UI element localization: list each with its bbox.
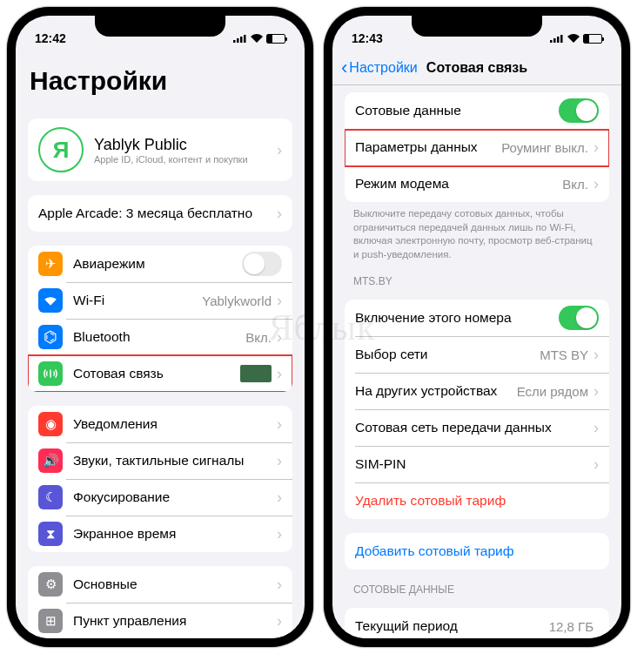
network-select-value: MTS BY — [540, 347, 588, 362]
chevron-icon: › — [277, 489, 282, 507]
general-row[interactable]: ⚙ Основные › — [28, 566, 292, 603]
chevron-icon: › — [594, 138, 599, 157]
promo-group: Apple Arcade: 3 месяца бесплатно › — [28, 195, 292, 232]
focus-row[interactable]: ☾ Фокусирование › — [28, 479, 292, 516]
svg-rect-6 — [557, 37, 560, 43]
cellular-row[interactable]: Сотовая связь › — [28, 355, 292, 392]
speaker-icon: 🔊 — [38, 448, 63, 473]
signal-icon — [550, 34, 564, 43]
data-options-value: Роуминг выкл. — [501, 140, 588, 155]
bluetooth-label: Bluetooth — [73, 329, 245, 345]
signal-icon — [233, 34, 247, 43]
chevron-icon: › — [277, 205, 282, 223]
airplane-toggle[interactable] — [242, 252, 282, 276]
data-options-label: Параметры данных — [355, 139, 501, 155]
wifi-label: Wi-Fi — [73, 293, 202, 308]
wifi-icon — [251, 34, 263, 43]
chevron-icon: › — [277, 525, 282, 543]
current-period-label: Текущий период — [355, 618, 549, 634]
cellular-icon — [38, 361, 63, 386]
add-plan-label: Добавить сотовый тариф — [355, 543, 599, 559]
status-icons — [550, 34, 602, 44]
screentime-row[interactable]: ⧗ Экранное время › — [28, 516, 292, 552]
sim-pin-row[interactable]: SIM-PIN › — [345, 446, 609, 482]
delete-plan-label: Удалить сотовый тариф — [355, 493, 599, 509]
settings-content[interactable]: Настройки Я Yablyk Public Apple ID, iClo… — [16, 51, 305, 638]
notch — [95, 16, 225, 37]
cellular-data-toggle[interactable] — [559, 98, 599, 123]
network-select-row[interactable]: Выбор сети MTS BY › — [345, 336, 609, 373]
sounds-label: Звуки, тактильные сигналы — [73, 453, 277, 469]
hotspot-value: Вкл. — [562, 177, 588, 192]
arcade-promo-row[interactable]: Apple Arcade: 3 месяца бесплатно › — [28, 195, 292, 232]
wifi-row[interactable]: Wi-Fi Yablykworld › — [28, 282, 292, 319]
enable-line-row[interactable]: Включение этого номера — [345, 300, 609, 336]
svg-rect-5 — [553, 38, 556, 43]
data-options-row[interactable]: Параметры данных Роуминг выкл. › — [345, 129, 609, 165]
cellular-label: Сотовая связь — [73, 366, 240, 381]
carrier-group: Включение этого номера Выбор сети MTS BY… — [345, 300, 609, 519]
enable-line-toggle[interactable] — [559, 306, 599, 330]
cellular-network-row[interactable]: Сотовая сеть передачи данных › — [345, 409, 609, 446]
phone-right: 12:43 ‹ Настройки Сотовая связь Сотовые … — [324, 7, 630, 647]
phone-left: 12:42 Настройки Я Yablyk Public Apple ID… — [7, 7, 313, 647]
chevron-icon: › — [594, 175, 599, 193]
chevron-icon: › — [594, 382, 599, 401]
chevron-icon: › — [277, 292, 282, 310]
current-period-row[interactable]: Текущий период 12,8 ГБ — [345, 608, 609, 638]
enable-line-label: Включение этого номера — [355, 310, 559, 326]
svg-rect-3 — [244, 35, 246, 43]
back-button[interactable]: ‹ Настройки — [341, 57, 418, 79]
other-devices-row[interactable]: На других устройствах Если рядом › — [345, 373, 609, 409]
profile-sub: Apple ID, iCloud, контент и покупки — [94, 154, 277, 165]
current-period-value: 12,8 ГБ — [549, 619, 594, 634]
gear-icon: ⚙ — [38, 572, 63, 597]
chevron-icon: › — [277, 365, 282, 383]
other-devices-value: Если рядом — [517, 384, 588, 399]
carrier-header: MTS.BY — [332, 261, 621, 291]
cellular-content[interactable]: Сотовые данные Параметры данных Роуминг … — [332, 85, 621, 638]
other-devices-label: На других устройствах — [355, 383, 517, 399]
bluetooth-row[interactable]: ⌬ Bluetooth Вкл. › — [28, 319, 292, 355]
svg-rect-7 — [560, 35, 563, 43]
avatar: Я — [38, 127, 84, 172]
cellular-data-label: Сотовые данные — [355, 103, 559, 118]
cellular-top-group: Сотовые данные Параметры данных Роуминг … — [345, 92, 609, 202]
add-plan-row[interactable]: Добавить сотовый тариф — [345, 533, 609, 570]
network-group: ✈ Авиарежим Wi-Fi Yablykworld › ⌬ Blueto… — [28, 246, 292, 392]
airplane-label: Авиарежим — [73, 256, 242, 272]
apple-id-row[interactable]: Я Yablyk Public Apple ID, iCloud, контен… — [28, 118, 292, 181]
hourglass-icon: ⧗ — [38, 522, 63, 546]
chevron-icon: › — [277, 415, 282, 434]
notch — [412, 16, 542, 37]
back-label: Настройки — [349, 60, 417, 76]
screen-right: 12:43 ‹ Настройки Сотовая связь Сотовые … — [332, 16, 621, 638]
svg-rect-4 — [550, 40, 553, 43]
bell-icon: ◉ — [38, 412, 63, 436]
hotspot-row[interactable]: Режим модема Вкл. › — [345, 165, 609, 202]
carrier-badge — [240, 365, 272, 382]
chevron-icon: › — [594, 419, 599, 437]
bluetooth-icon: ⌬ — [38, 325, 63, 349]
svg-rect-0 — [233, 40, 236, 43]
usage-header: СОТОВЫЕ ДАННЫЕ — [332, 570, 621, 599]
switches-icon: ⊞ — [38, 609, 63, 633]
airplane-row[interactable]: ✈ Авиарежим — [28, 246, 292, 282]
add-plan-group: Добавить сотовый тариф — [345, 533, 609, 570]
notifications-row[interactable]: ◉ Уведомления › — [28, 406, 292, 442]
moon-icon: ☾ — [38, 485, 63, 509]
cellular-data-row[interactable]: Сотовые данные — [345, 92, 609, 129]
chevron-icon: › — [594, 346, 599, 364]
sounds-row[interactable]: 🔊 Звуки, тактильные сигналы › — [28, 442, 292, 479]
control-center-row[interactable]: ⊞ Пункт управления › — [28, 603, 292, 638]
general-label: Основные — [73, 576, 277, 592]
status-icons — [233, 34, 285, 44]
delete-plan-row[interactable]: Удалить сотовый тариф — [345, 482, 609, 519]
chevron-icon: › — [594, 455, 599, 474]
profile-name: Yablyk Public — [94, 136, 277, 154]
general-group: ⚙ Основные › ⊞ Пункт управления › AA Экр… — [28, 566, 292, 638]
cellular-footer-text: Выключите передачу сотовых данных, чтобы… — [332, 202, 621, 261]
status-time: 12:43 — [352, 31, 383, 45]
airplane-icon: ✈ — [38, 252, 63, 276]
chevron-icon: › — [277, 328, 282, 347]
